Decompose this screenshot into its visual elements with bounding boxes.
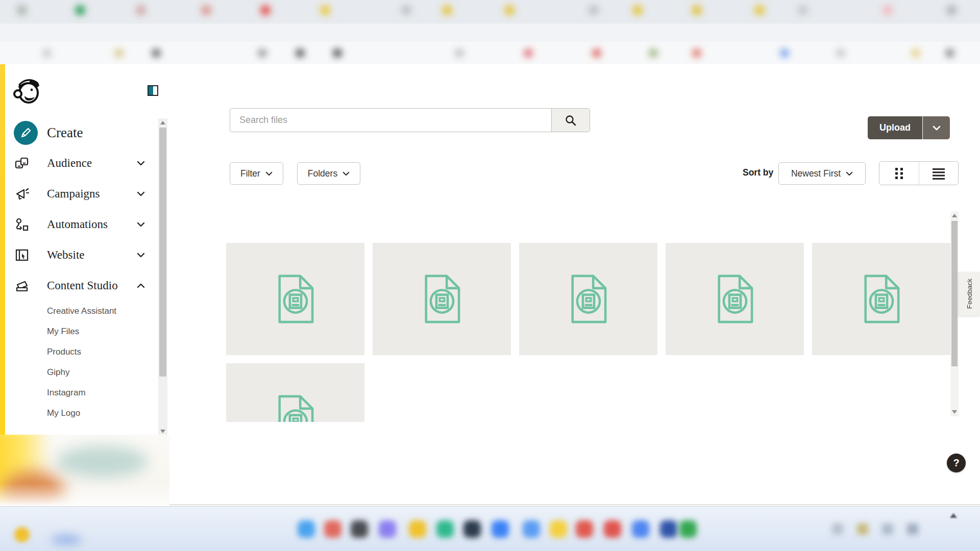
folders-button[interactable]: Folders [297,162,360,185]
scroll-down-arrow[interactable] [160,430,165,433]
blurred-icon [604,520,621,538]
content-scrollbar[interactable] [950,211,959,416]
blurred-icon [463,520,481,538]
sort-by-label: Sort by [743,167,773,178]
create-button[interactable]: Create [14,120,83,145]
sidebar-item-label: Automations [47,218,108,231]
blurred-icon [692,5,702,15]
blurred-icon [114,48,124,58]
blurred-icon [42,48,52,58]
blurred-icon [17,5,27,15]
blurred-icon [945,48,954,58]
chevron-down-icon [342,171,350,176]
sidebar-subitem-my-logo[interactable]: My Logo [47,407,80,419]
sidebar-scrollbar-thumb[interactable] [159,128,166,377]
sidebar-subitem-giphy[interactable]: Giphy [47,366,69,379]
blurred-icon [492,520,509,538]
blurred-icon [692,48,701,58]
yellow-edge-strip [0,64,5,435]
blurred-icon [379,520,396,538]
file-doc-icon [272,272,319,325]
sort-value: Newest First [791,168,841,179]
sidebar-subitem-products[interactable]: Products [47,346,81,358]
feedback-tab[interactable]: Feedback [959,272,980,316]
list-view-button[interactable] [919,162,959,185]
blurred-icon [351,520,368,538]
blurred-icon [882,523,893,535]
sidebar-collapse-toggle[interactable] [148,85,158,96]
upload-options-button[interactable] [923,116,950,139]
feedback-label: Feedback [966,279,973,309]
blurred-icon [409,520,426,538]
search-bar [230,108,590,132]
screen: Create Audience Campaigns [0,0,980,551]
teal-blur-blob [56,446,148,478]
scroll-down-arrow[interactable] [952,410,957,414]
content-scrollbar-thumb[interactable] [951,221,958,366]
blurred-icon [679,520,697,538]
blurred-icon [258,48,267,58]
blurred-icon [296,48,305,58]
file-tile[interactable] [812,243,950,355]
sidebar-item-audience[interactable]: Audience [5,152,158,174]
blurred-icon [780,48,789,58]
blurred-icon [401,5,411,15]
sidebar-subitem-instagram[interactable]: Instagram [47,387,86,399]
file-tile[interactable] [519,243,657,355]
blurred-icon [592,48,601,58]
pencil-icon [20,127,32,139]
scroll-up-arrow[interactable] [160,121,165,124]
sidebar-subitem-creative-assistant[interactable]: Creative Assistant [47,305,116,317]
sidebar-item-automations[interactable]: Automations [5,213,158,236]
blurred-icon [136,5,146,15]
website-icon [15,248,29,262]
scroll-up-arrow[interactable] [952,214,957,217]
blurred-icon [455,48,464,58]
chevron-up-icon [137,283,145,288]
search-button[interactable] [551,109,590,132]
search-input[interactable] [230,109,551,132]
blurred-icon [832,523,843,535]
blurred-icon [152,48,161,58]
blurred-icon [523,520,540,538]
grid-view-button[interactable] [879,162,919,185]
sidebar-subitem-my-files[interactable]: My Files [47,325,79,338]
blurred-icon [857,523,868,535]
file-tile[interactable] [226,363,364,422]
file-tile[interactable] [373,243,511,355]
help-button[interactable]: ? [947,454,966,472]
automations-icon [15,217,29,232]
blurred-icon [660,520,677,538]
sidebar-item-content-studio[interactable]: Content Studio [5,274,158,297]
file-doc-icon [858,272,905,325]
sort-dropdown[interactable]: Newest First [778,162,866,185]
folders-label: Folders [308,168,337,179]
blurred-icon [201,5,211,15]
sidebar-item-campaigns[interactable]: Campaigns [5,183,158,205]
blurred-icon [298,520,315,538]
chevron-down-icon [846,171,853,176]
browser-address-bar [0,23,980,42]
browser-tab-strip [0,0,980,23]
blurred-icon [907,523,918,535]
blurred-icon [324,520,341,538]
grid-view-icon [894,167,904,180]
blurred-icon [524,48,533,58]
sidebar-scrollbar[interactable] [158,118,167,436]
sidebar-item-website[interactable]: Website [5,244,158,266]
filter-button[interactable]: Filter [230,162,283,185]
file-grid [226,243,950,422]
upload-button[interactable]: Upload [868,116,923,139]
blurred-icon [75,5,85,15]
blurred-icon [333,48,342,58]
blurred-icon [911,48,920,58]
sidebar-item-label: Content Studio [47,279,118,292]
chevron-down-icon [137,222,145,227]
chevron-down-icon [137,253,145,258]
mailchimp-logo[interactable] [13,76,41,105]
file-tile[interactable] [666,243,804,355]
blurred-icon [504,5,514,15]
blurred-icon [260,5,271,15]
file-tile[interactable] [226,243,364,355]
list-view-icon [932,167,945,180]
